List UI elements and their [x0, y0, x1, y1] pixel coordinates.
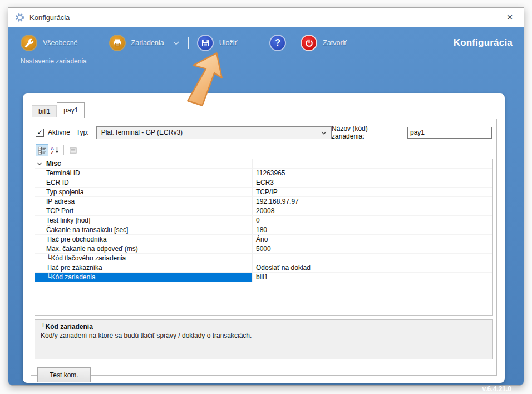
pg-row[interactable]: Typ spojenia TCP/IP — [35, 188, 492, 197]
device-name-input[interactable] — [407, 127, 492, 139]
pg-value: 20008 — [252, 206, 492, 216]
pg-row[interactable]: Terminál ID 11263965 — [35, 169, 492, 178]
property-pages-button — [67, 144, 80, 156]
description-text: Kód/y zariadení na ktoré sa budú tlačiť … — [41, 332, 487, 339]
close-app-button[interactable]: Zatvoriť — [301, 35, 347, 51]
toolbar-separator — [188, 37, 189, 49]
svg-text:Z: Z — [51, 150, 53, 155]
devices-dropdown-icon[interactable] — [173, 41, 179, 45]
brand-title: Konfigurácia — [454, 37, 513, 48]
button-row: Test kom. — [35, 367, 493, 382]
pg-value: 5000 — [252, 244, 492, 254]
az-sort-icon: A Z — [50, 146, 60, 155]
tab-pay1[interactable]: pay1 — [57, 102, 85, 118]
pg-name: Typ spojenia — [44, 188, 252, 196]
save-button[interactable]: Uložiť — [197, 35, 237, 51]
question-icon: ? — [269, 35, 286, 51]
power-icon — [301, 35, 317, 51]
section-subtitle: Nastavenie zariadenia — [21, 57, 524, 65]
pg-value: ECR3 — [252, 178, 492, 188]
pg-row[interactable]: Max. čakanie na odpoveď (ms) 5000 — [35, 244, 492, 254]
save-label: Uložiť — [219, 39, 237, 47]
strip-separator — [63, 145, 64, 155]
general-label: Všeobecné — [43, 39, 78, 47]
pg-value: 11263965 — [252, 169, 492, 178]
printer-icon — [109, 35, 126, 51]
content-panel: bill1 pay1 ✓ Aktívne Typ: Plat.Terminál … — [23, 93, 505, 383]
pg-name: TCP Port — [44, 206, 252, 215]
toolbar: Všeobecné Zariadenia — [8, 27, 524, 52]
pg-value: Áno — [252, 235, 492, 244]
chevron-down-icon — [321, 129, 327, 136]
pg-value: 180 — [252, 225, 492, 235]
device-name-label: Názov (kód) zariadenia: — [332, 125, 402, 140]
pg-row[interactable]: ECR ID ECR3 — [35, 178, 492, 188]
property-grid-rows: Terminál ID 11263965 ECR ID ECR3 Typ spo… — [35, 169, 492, 282]
pg-name: Čakanie na transakciu [sec] — [44, 225, 252, 234]
pg-row[interactable]: Tlač pre zákazníka Odoslať na doklad — [35, 263, 492, 273]
window-body: Všeobecné Zariadenia — [8, 27, 524, 385]
pg-row[interactable]: TCP Port 20008 — [35, 206, 492, 216]
floppy-icon — [197, 35, 214, 51]
device-type-value: Plat.Terminál - GP (ECRv3) — [101, 129, 321, 136]
pg-row[interactable]: └Kód zariadenia bill1 — [35, 273, 492, 282]
categorized-button[interactable] — [36, 144, 48, 156]
pg-name: └Kód tlačového zariadenia — [44, 254, 252, 263]
wrench-icon — [21, 35, 37, 51]
pg-value: Odoslať na doklad — [252, 263, 492, 273]
pg-name: Terminál ID — [44, 169, 252, 178]
pg-value: 192.168.97.97 — [252, 197, 492, 206]
pg-name: Max. čakanie na odpoveď (ms) — [44, 244, 252, 253]
active-checkbox[interactable]: ✓ — [36, 129, 44, 137]
type-label: Typ: — [76, 129, 89, 136]
tab-page: ✓ Aktívne Typ: Plat.Terminál - GP (ECRv3… — [31, 119, 497, 376]
device-form-row: ✓ Aktívne Typ: Plat.Terminál - GP (ECRv3… — [36, 125, 492, 140]
alphabetical-sort-button[interactable]: A Z — [48, 144, 61, 156]
app-window: Konfigurácia × Všeobecné — [8, 7, 524, 386]
pg-row[interactable]: IP adresa 192.168.97.97 — [35, 197, 492, 206]
description-panel: └Kód zariadenia Kód/y zariadení na ktoré… — [35, 319, 493, 359]
category-row[interactable]: Misc — [35, 159, 492, 169]
active-label: Aktívne — [48, 129, 70, 136]
pg-name: ECR ID — [44, 178, 252, 187]
pg-name: Tlač pre zákazníka — [44, 263, 252, 272]
category-value — [252, 159, 492, 169]
device-type-select[interactable]: Plat.Terminál - GP (ECRv3) — [96, 126, 332, 139]
version-label: v.6.4.21.0 — [482, 385, 512, 393]
category-chevron-icon[interactable] — [35, 159, 44, 168]
pg-name: └Kód zariadenia — [44, 273, 252, 282]
pg-name: Test linky [hod] — [44, 216, 252, 225]
categorized-icon — [38, 146, 46, 155]
category-label: Misc — [44, 159, 252, 168]
general-button[interactable]: Všeobecné — [21, 35, 78, 51]
pg-value: 0 — [252, 216, 492, 225]
help-button[interactable]: ? — [269, 35, 286, 51]
pg-value — [252, 254, 492, 263]
devices-button[interactable]: Zariadenia — [109, 35, 164, 51]
property-grid-toolbar: A Z — [36, 144, 493, 157]
pg-row[interactable]: Čakanie na transakciu [sec] 180 — [35, 225, 492, 235]
property-grid: Misc Terminál ID 11263965 ECR ID ECR3 Ty… — [35, 159, 493, 316]
close-app-label: Zatvoriť — [323, 39, 347, 47]
close-icon[interactable]: × — [501, 9, 518, 26]
description-title: └Kód zariadenia — [41, 323, 487, 331]
pg-name: IP adresa — [44, 197, 252, 206]
window-title: Konfigurácia — [29, 13, 70, 22]
pg-row[interactable]: └Kód tlačového zariadenia — [35, 254, 492, 263]
tab-bill1[interactable]: bill1 — [32, 105, 57, 117]
test-communication-button[interactable]: Test kom. — [37, 367, 91, 382]
devices-label: Zariadenia — [131, 39, 164, 47]
pg-name: Tlač pre obchodníka — [44, 235, 252, 244]
pg-value: TCP/IP — [252, 188, 492, 197]
pg-row[interactable]: Tlač pre obchodníka Áno — [35, 235, 492, 244]
property-pages-icon — [69, 146, 77, 155]
tab-strip: bill1 pay1 — [32, 102, 85, 117]
gear-icon — [15, 12, 25, 22]
title-bar: Konfigurácia × — [8, 8, 524, 27]
pg-row[interactable]: Test linky [hod] 0 — [35, 216, 492, 225]
pg-value: bill1 — [252, 273, 492, 282]
